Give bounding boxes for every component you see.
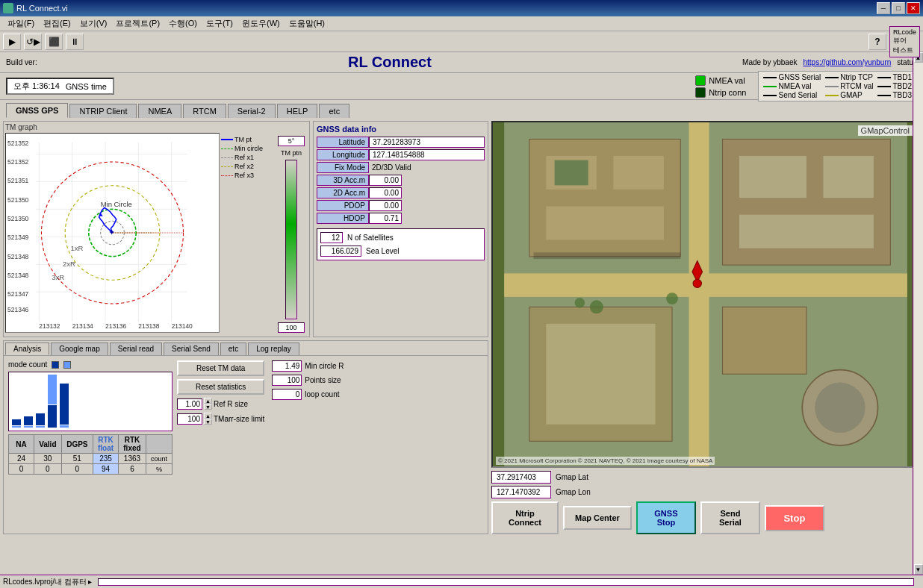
td-na-pct: 0 xyxy=(9,464,34,475)
td-valid-pct: 0 xyxy=(34,464,62,475)
map-center-button[interactable]: Map Center xyxy=(563,506,632,530)
tmarr-down[interactable]: ▼ xyxy=(204,419,212,425)
ref-r-value: 1.00 xyxy=(177,398,202,410)
atab-analysis[interactable]: Analysis xyxy=(5,343,49,355)
scroll-track xyxy=(914,63,923,564)
main-scrollbar[interactable]: ▲ ▼ xyxy=(913,52,923,575)
status-leds: NMEA val Ntrip conn xyxy=(695,75,746,98)
satellites-box: 12 N of Satellites 166.029 Sea Level xyxy=(317,228,485,260)
tab-etc[interactable]: etc xyxy=(319,104,349,118)
github-link[interactable]: https://github.com/yunburn xyxy=(803,58,891,66)
svg-text:1xR: 1xR xyxy=(71,244,84,252)
made-by-area: Made by ybbaek https://github.com/yunbur… xyxy=(742,58,917,66)
send-serial-button[interactable]: SendSerial xyxy=(700,501,760,534)
svg-text:521348: 521348 xyxy=(7,272,28,279)
points-size-label: Points size xyxy=(305,376,341,384)
sea-level-label: Sea Level xyxy=(366,247,399,255)
tm-value-input[interactable] xyxy=(278,322,305,333)
sat-row: 12 N of Satellites xyxy=(320,232,481,243)
help-button[interactable]: ? xyxy=(868,34,886,50)
abort-button[interactable]: ⬛ xyxy=(45,34,63,50)
coord-area: 37.2917403 Gmap Lat 127.1470392 Gmap Lon xyxy=(491,471,920,498)
td-dgps-count: 51 xyxy=(61,454,93,464)
td-pct-label: % xyxy=(146,464,172,475)
gnss-time-label: GNSS time xyxy=(66,82,107,91)
legend-nmea-val: NMEA val xyxy=(763,82,821,90)
run-button[interactable]: ▶ xyxy=(3,34,21,50)
menu-run[interactable]: 수행(O) xyxy=(164,17,202,30)
loop-count-row: 0 loop count xyxy=(272,389,344,400)
tab-serial-2[interactable]: Serial-2 xyxy=(228,104,276,118)
legend-tbd2: TBD2 xyxy=(877,82,912,90)
min-circle-r-label: Min circle R xyxy=(305,362,344,370)
stop-button[interactable]: Stop xyxy=(765,505,824,531)
atab-log-replay[interactable]: Log replay xyxy=(248,343,299,355)
nmea-val-row: NMEA val xyxy=(695,75,746,86)
gmap-lat-row: 37.2917403 Gmap Lat xyxy=(491,471,920,484)
latitude-row: Latitude 37.291283973 xyxy=(317,137,485,148)
minimize-button[interactable]: ─ xyxy=(877,2,890,14)
legend-ref-x2: Ref x2 xyxy=(221,163,273,170)
menu-tools[interactable]: 도구(T) xyxy=(202,17,237,30)
map-title: GMapControl xyxy=(858,125,913,136)
run-cont-button[interactable]: ↺▶ xyxy=(24,34,42,50)
header-row: Build ver: RL Connect Made by ybbaek htt… xyxy=(0,52,923,73)
ntrip-conn-row: Ntrip conn xyxy=(695,87,746,98)
tab-nmea[interactable]: NMEA xyxy=(138,104,181,118)
tm-graph-content: 521352 521352 521351 521350 521350 52134… xyxy=(5,133,308,333)
atab-serial-read[interactable]: Serial read xyxy=(110,343,162,355)
menu-project[interactable]: 프로젝트(P) xyxy=(111,17,164,30)
ref-r-down[interactable]: ▼ xyxy=(204,404,212,410)
reset-statistics-button[interactable]: Reset statistics xyxy=(177,379,264,395)
close-button[interactable]: ✕ xyxy=(907,2,920,14)
svg-rect-41 xyxy=(689,122,709,466)
hdop-label: HDOP xyxy=(317,213,369,224)
tab-help[interactable]: HELP xyxy=(277,104,318,118)
svg-text:521351: 521351 xyxy=(7,178,28,185)
pdop-value: 0.00 xyxy=(369,200,402,211)
menu-edit[interactable]: 편집(E) xyxy=(39,17,75,30)
min-circle-r-row: 1.49 Min circle R xyxy=(272,360,344,372)
pause-button[interactable]: ⏸ xyxy=(66,34,84,50)
menu-file[interactable]: 파일(F) xyxy=(3,17,39,30)
legend-rtcm-val: RTCM val xyxy=(825,82,873,90)
tmarr-row: 100 ▲ ▼ TMarr-size limit xyxy=(177,413,264,425)
analysis-controls: Reset TM data Reset statistics 1.00 ▲ ▼ … xyxy=(177,360,264,529)
ref-r-up[interactable]: ▲ xyxy=(204,398,212,404)
tab-ntrip-client[interactable]: NTRIP Client xyxy=(69,104,137,118)
svg-text:521347: 521347 xyxy=(7,291,28,298)
restore-button[interactable]: □ xyxy=(892,2,905,14)
angle-input[interactable] xyxy=(278,136,305,146)
scroll-down-button[interactable]: ▼ xyxy=(914,564,923,575)
atab-serial-send[interactable]: Serial Send xyxy=(164,343,219,355)
tmarr-up[interactable]: ▲ xyxy=(204,413,212,419)
menu-window[interactable]: 윈도우(W) xyxy=(237,17,285,30)
toolbar: ▶ ↺▶ ⬛ ⏸ ? RLcode뷰어테스트 xyxy=(0,31,923,52)
tm-slider[interactable] xyxy=(285,160,297,319)
bar-rtk-fixed xyxy=(60,384,69,428)
svg-point-57 xyxy=(575,298,585,307)
fix-mode-label: Fix Mode xyxy=(317,162,369,173)
legend-ntrip-tcp: Ntrip TCP xyxy=(825,73,873,81)
tab-content: TM graph 521352 521352 521351 521350 xyxy=(0,118,923,536)
sat-count: 12 xyxy=(320,232,343,243)
window-title: RL Connect.vi xyxy=(16,4,68,13)
bar-rtk-float xyxy=(48,375,57,428)
legend-min-circle-label: Min circle xyxy=(234,145,263,152)
svg-text:213134: 213134 xyxy=(72,322,93,330)
menu-view[interactable]: 보기(V) xyxy=(75,17,112,30)
reset-tm-data-button[interactable]: Reset TM data xyxy=(177,360,264,376)
loop-count-label: loop count xyxy=(305,390,339,398)
tab-gnss-gps[interactable]: GNSS GPS xyxy=(6,103,68,118)
acc2d-value: 0.00 xyxy=(369,187,402,198)
gnss-stop-button[interactable]: GNSSStop xyxy=(636,501,696,534)
svg-text:3xR: 3xR xyxy=(52,273,64,281)
acc3d-row: 3D Acc.m 0.00 xyxy=(317,175,485,186)
atab-google-map[interactable]: Google map xyxy=(51,343,108,355)
atab-etc[interactable]: etc xyxy=(220,343,246,355)
tab-rtcm[interactable]: RTCM xyxy=(183,104,226,118)
nmea-val-label: NMEA val xyxy=(709,76,745,85)
ntrip-connect-button[interactable]: NtripConnect xyxy=(491,501,559,534)
menu-help[interactable]: 도움말(H) xyxy=(285,17,329,30)
legend-tm-pt-label: TM pt xyxy=(234,136,252,143)
